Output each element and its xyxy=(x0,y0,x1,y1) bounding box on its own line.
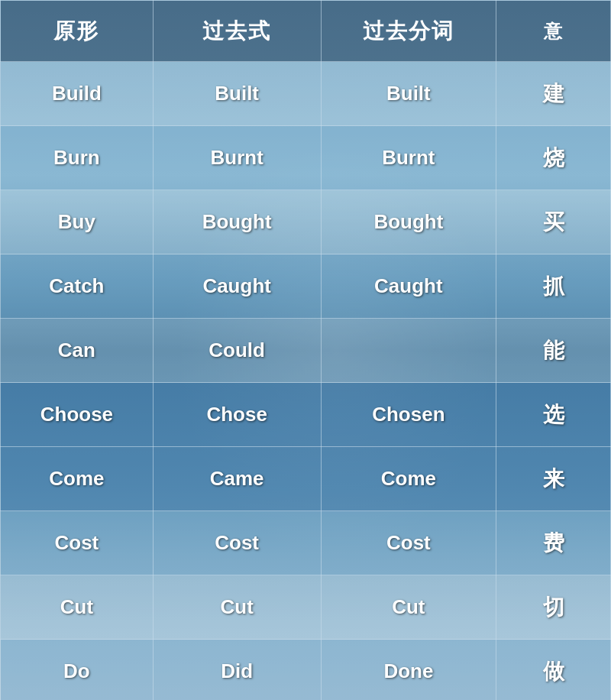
meaning-cell: 切 xyxy=(496,575,611,640)
past-participle-cell: Done xyxy=(321,640,496,701)
past-participle-cell: Caught xyxy=(321,254,496,319)
past-participle-cell: Chosen xyxy=(321,383,496,447)
past-participle-cell: Cut xyxy=(321,575,496,640)
table-row: ChooseChoseChosen选 xyxy=(1,383,611,447)
past-participle-cell: Come xyxy=(321,447,496,511)
table-row: CatchCaughtCaught抓 xyxy=(1,254,611,319)
past-tense-cell: Bought xyxy=(153,190,321,254)
table-row: CutCutCut切 xyxy=(1,575,611,640)
past-participle-cell: Cost xyxy=(321,511,496,575)
meaning-cell: 买 xyxy=(496,190,611,254)
meaning-cell: 选 xyxy=(496,383,611,447)
base-form-cell: Do xyxy=(1,640,154,701)
past-tense-cell: Could xyxy=(153,319,321,383)
past-tense-cell: Cut xyxy=(153,575,321,640)
base-form-cell: Burn xyxy=(1,126,154,190)
past-tense-cell: Chose xyxy=(153,383,321,447)
past-participle-cell: Bought xyxy=(321,190,496,254)
meaning-cell: 做 xyxy=(496,640,611,701)
past-tense-cell: Built xyxy=(153,62,321,126)
past-participle-cell: Burnt xyxy=(321,126,496,190)
table-row: ComeCameCome来 xyxy=(1,447,611,511)
meaning-cell: 抓 xyxy=(496,254,611,319)
meaning-cell: 能 xyxy=(496,319,611,383)
table-row: CostCostCost费 xyxy=(1,511,611,575)
base-form-cell: Cost xyxy=(1,511,154,575)
base-form-cell: Build xyxy=(1,62,154,126)
base-form-cell: Can xyxy=(1,319,154,383)
header-base-form: 原形 xyxy=(1,1,154,62)
base-form-cell: Choose xyxy=(1,383,154,447)
header-meaning: 意 xyxy=(496,1,611,62)
table-row: DoDidDone做 xyxy=(1,640,611,701)
past-tense-cell: Burnt xyxy=(153,126,321,190)
past-participle-cell: Built xyxy=(321,62,496,126)
main-container: 原形 过去式 过去分词 意 BuildBuiltBuilt建BurnBurntB… xyxy=(0,0,611,700)
meaning-cell: 费 xyxy=(496,511,611,575)
past-tense-cell: Came xyxy=(153,447,321,511)
meaning-cell: 来 xyxy=(496,447,611,511)
table-row: BuyBoughtBought买 xyxy=(1,190,611,254)
base-form-cell: Come xyxy=(1,447,154,511)
meaning-cell: 烧 xyxy=(496,126,611,190)
header-row: 原形 过去式 过去分词 意 xyxy=(1,1,611,62)
base-form-cell: Cut xyxy=(1,575,154,640)
header-past-participle: 过去分词 xyxy=(321,1,496,62)
past-participle-cell xyxy=(321,319,496,383)
base-form-cell: Catch xyxy=(1,254,154,319)
header-past-tense: 过去式 xyxy=(153,1,321,62)
table-row: BurnBurntBurnt烧 xyxy=(1,126,611,190)
past-tense-cell: Cost xyxy=(153,511,321,575)
table-row: BuildBuiltBuilt建 xyxy=(1,62,611,126)
verb-table: 原形 过去式 过去分词 意 BuildBuiltBuilt建BurnBurntB… xyxy=(0,0,611,700)
past-tense-cell: Caught xyxy=(153,254,321,319)
meaning-cell: 建 xyxy=(496,62,611,126)
base-form-cell: Buy xyxy=(1,190,154,254)
past-tense-cell: Did xyxy=(153,640,321,701)
table-row: CanCould能 xyxy=(1,319,611,383)
